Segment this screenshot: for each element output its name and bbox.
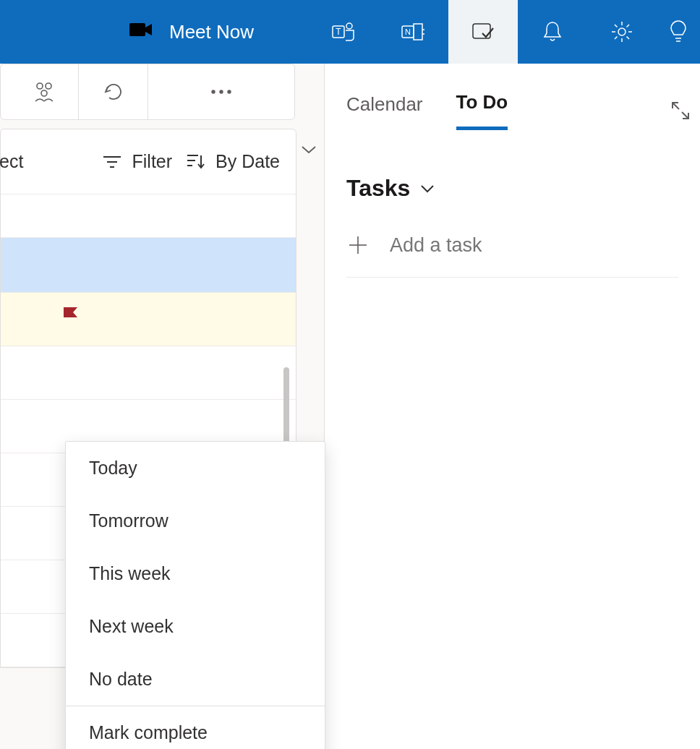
more-button[interactable]	[148, 64, 294, 119]
chevron-down-icon	[301, 145, 317, 155]
scrollbar-thumb[interactable]	[283, 367, 289, 444]
tasks-list-picker[interactable]: Tasks	[346, 175, 678, 202]
mail-group-header[interactable]	[1, 194, 296, 238]
expand-icon	[670, 100, 691, 121]
notifications-button[interactable]	[518, 0, 587, 64]
teams-button[interactable]: T	[310, 0, 379, 64]
mail-item-flagged[interactable]	[1, 293, 296, 346]
menu-item-today[interactable]: Today	[66, 442, 325, 495]
gear-icon	[610, 20, 633, 43]
mail-item-selected[interactable]	[1, 238, 296, 293]
svg-text:N: N	[405, 27, 411, 36]
sort-button[interactable]: By Date	[185, 151, 280, 172]
mail-item[interactable]	[1, 346, 296, 400]
svg-point-16	[211, 90, 215, 93]
select-fragment[interactable]: ect	[0, 151, 23, 172]
tab-calendar[interactable]: Calendar	[346, 93, 423, 129]
plus-icon	[346, 234, 370, 257]
svg-text:T: T	[336, 27, 341, 37]
meet-now-button[interactable]: Meet Now	[129, 21, 254, 43]
add-task-placeholder: Add a task	[390, 234, 482, 257]
svg-point-14	[46, 83, 51, 89]
tab-todo[interactable]: To Do	[456, 91, 508, 130]
teams-icon: T	[332, 21, 357, 43]
collapse-ribbon-button[interactable]	[301, 145, 317, 158]
bell-icon	[542, 20, 563, 43]
settings-button[interactable]	[587, 0, 657, 64]
todo-panel: Calendar To Do Tasks Add a task	[324, 64, 700, 749]
people-icon	[31, 81, 57, 103]
svg-point-15	[41, 90, 47, 96]
mail-toolbar	[0, 64, 295, 120]
add-task-input[interactable]: Add a task	[346, 234, 678, 278]
people-button[interactable]	[9, 64, 79, 119]
svg-rect-0	[129, 23, 145, 36]
svg-point-18	[227, 90, 231, 93]
svg-point-13	[37, 83, 43, 89]
flag-context-menu: Today Tomorrow This week Next week No da…	[65, 441, 325, 749]
filter-label: Filter	[132, 151, 173, 172]
svg-rect-9	[473, 24, 490, 38]
meet-now-label: Meet Now	[169, 21, 254, 43]
chevron-down-icon	[420, 184, 435, 193]
svg-point-17	[219, 90, 223, 93]
tasks-header-label: Tasks	[346, 175, 410, 202]
video-icon	[129, 21, 153, 43]
expand-panel-button[interactable]	[670, 100, 691, 124]
filter-button[interactable]: Filter	[102, 151, 173, 172]
menu-item-mark-complete[interactable]: Mark complete	[66, 706, 325, 749]
tips-button[interactable]	[657, 0, 700, 64]
sort-icon	[185, 153, 205, 171]
undo-button[interactable]	[79, 64, 148, 119]
panel-tabs: Calendar To Do	[346, 91, 678, 130]
ellipsis-icon	[210, 89, 232, 95]
svg-line-26	[682, 112, 688, 119]
svg-point-3	[346, 23, 352, 29]
onenote-button[interactable]: N	[379, 0, 448, 64]
menu-item-tomorrow[interactable]: Tomorrow	[66, 495, 325, 547]
svg-line-25	[673, 103, 679, 109]
topbar-actions: T N	[310, 0, 700, 64]
menu-item-next-week[interactable]: Next week	[66, 600, 325, 653]
onenote-icon: N	[401, 21, 426, 43]
undo-icon	[102, 82, 125, 102]
todo-button[interactable]	[448, 0, 518, 64]
menu-item-this-week[interactable]: This week	[66, 547, 325, 600]
svg-point-10	[618, 28, 626, 35]
filter-icon	[102, 155, 122, 169]
list-header: ect Filter By Date	[1, 129, 296, 194]
menu-item-no-date[interactable]: No date	[66, 653, 325, 706]
sort-label: By Date	[215, 151, 280, 172]
todo-icon	[471, 21, 495, 43]
flag-icon[interactable]	[61, 306, 80, 329]
lightbulb-icon	[669, 20, 688, 44]
svg-rect-6	[414, 24, 422, 40]
title-bar: Meet Now T N	[0, 0, 700, 64]
